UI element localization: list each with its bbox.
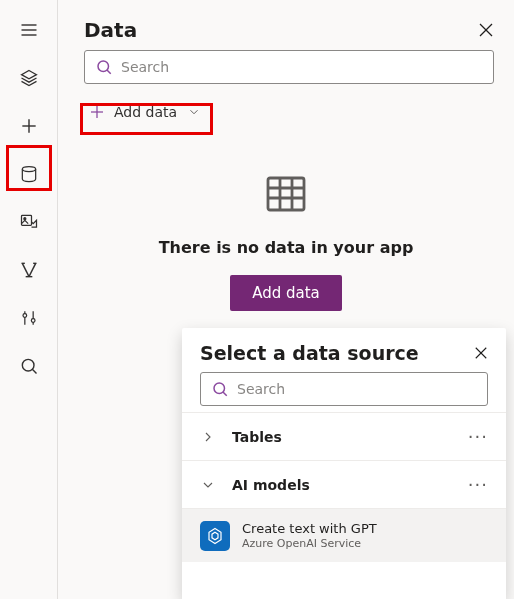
table-icon bbox=[262, 170, 310, 218]
media-icon[interactable] bbox=[7, 200, 51, 244]
openai-icon bbox=[200, 521, 230, 551]
result-subtitle: Azure OpenAI Service bbox=[242, 537, 377, 551]
search-wrap bbox=[58, 50, 514, 88]
search-icon bbox=[211, 380, 229, 398]
more-icon[interactable]: ··· bbox=[464, 474, 492, 495]
more-icon[interactable]: ··· bbox=[464, 426, 492, 447]
svg-point-8 bbox=[23, 218, 25, 220]
popup-search-field[interactable] bbox=[200, 372, 488, 406]
svg-line-18 bbox=[107, 70, 111, 74]
svg-point-13 bbox=[22, 359, 34, 371]
add-data-label: Add data bbox=[114, 104, 177, 120]
svg-marker-30 bbox=[209, 528, 221, 543]
datasource-popup: Select a data source Tables ··· AI model… bbox=[182, 328, 506, 599]
svg-point-6 bbox=[22, 167, 35, 172]
popup-search-input[interactable] bbox=[237, 381, 477, 397]
hamburger-icon[interactable] bbox=[7, 8, 51, 52]
source-label: AI models bbox=[232, 477, 464, 493]
close-icon[interactable] bbox=[478, 22, 494, 38]
search-icon[interactable] bbox=[7, 344, 51, 388]
layers-icon[interactable] bbox=[7, 56, 51, 100]
empty-state: There is no data in your app Add data bbox=[58, 170, 514, 311]
result-gpt[interactable]: Create text with GPT Azure OpenAI Servic… bbox=[182, 508, 506, 562]
popup-title: Select a data source bbox=[200, 342, 419, 364]
result-title: Create text with GPT bbox=[242, 521, 377, 537]
panel-header: Data bbox=[58, 0, 514, 50]
close-icon[interactable] bbox=[474, 346, 488, 360]
search-field[interactable] bbox=[84, 50, 494, 84]
svg-marker-31 bbox=[212, 532, 218, 540]
plus-icon[interactable] bbox=[7, 104, 51, 148]
panel-title: Data bbox=[84, 18, 137, 42]
chevron-right-icon bbox=[200, 429, 216, 445]
chevron-down-icon bbox=[187, 105, 201, 119]
search-icon bbox=[95, 58, 113, 76]
result-text: Create text with GPT Azure OpenAI Servic… bbox=[242, 521, 377, 551]
nav-rail bbox=[0, 0, 58, 599]
popup-header: Select a data source bbox=[182, 328, 506, 372]
source-label: Tables bbox=[232, 429, 464, 445]
source-ai-models[interactable]: AI models ··· bbox=[182, 460, 506, 508]
svg-rect-21 bbox=[268, 178, 304, 210]
svg-point-28 bbox=[214, 383, 225, 394]
add-data-link[interactable]: Add data bbox=[80, 94, 514, 130]
data-icon[interactable] bbox=[7, 152, 51, 196]
tools-icon[interactable] bbox=[7, 296, 51, 340]
popup-search-wrap bbox=[182, 372, 506, 412]
source-tables[interactable]: Tables ··· bbox=[182, 412, 506, 460]
svg-line-29 bbox=[223, 392, 227, 396]
empty-msg: There is no data in your app bbox=[159, 238, 414, 257]
search-input[interactable] bbox=[121, 59, 483, 75]
svg-point-12 bbox=[31, 319, 35, 323]
add-data-button[interactable]: Add data bbox=[230, 275, 342, 311]
chevron-down-icon bbox=[200, 477, 216, 493]
svg-marker-3 bbox=[21, 71, 36, 79]
plus-icon bbox=[88, 103, 106, 121]
variables-icon[interactable] bbox=[7, 248, 51, 292]
svg-point-10 bbox=[23, 314, 27, 318]
svg-point-17 bbox=[98, 61, 109, 72]
svg-rect-7 bbox=[21, 215, 31, 225]
svg-line-14 bbox=[32, 369, 36, 373]
